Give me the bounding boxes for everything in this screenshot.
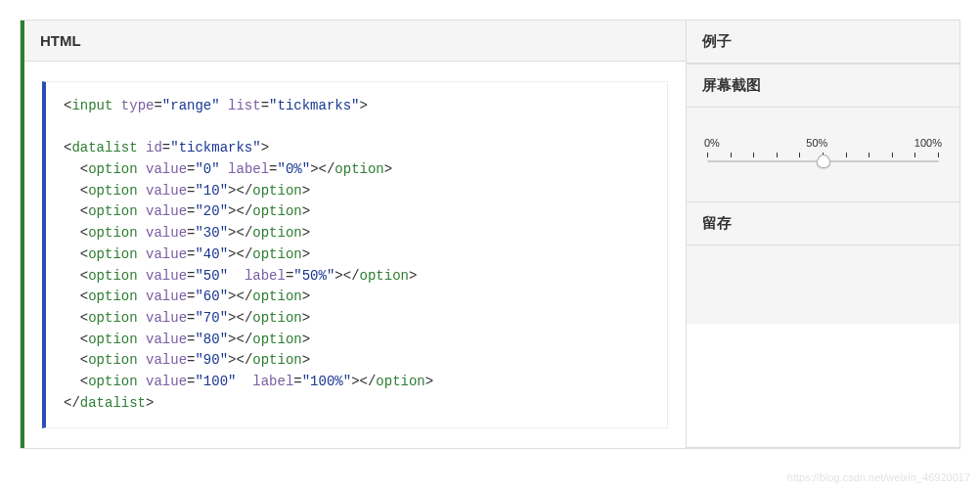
html-panel-header: HTML	[24, 21, 686, 62]
slider-track[interactable]	[702, 153, 944, 172]
range-slider-preview: 0% 50% 100%	[702, 137, 944, 172]
example-header: 例子	[687, 21, 959, 64]
slider-thumb-icon[interactable]	[817, 155, 830, 168]
example-section: 例子	[687, 21, 959, 65]
persist-header: 留存	[687, 202, 959, 245]
slider-label-50: 50%	[806, 137, 827, 149]
persist-body	[687, 245, 959, 324]
slider-labels: 0% 50% 100%	[702, 137, 944, 149]
example-panel: 例子 屏幕截图 0% 50% 100%	[686, 21, 959, 448]
screenshot-body: 0% 50% 100%	[687, 108, 959, 201]
slider-label-100: 100%	[914, 137, 942, 149]
html-panel: HTML <input type="range" list="tickmarks…	[21, 21, 686, 448]
slider-label-0: 0%	[704, 137, 720, 149]
doc-container: HTML <input type="range" list="tickmarks…	[20, 20, 960, 449]
persist-section: 留存	[687, 202, 959, 448]
screenshot-section: 屏幕截图 0% 50% 100%	[687, 65, 959, 202]
code-block: <input type="range" list="tickmarks"> <d…	[42, 81, 668, 428]
screenshot-header: 屏幕截图	[687, 65, 959, 108]
code-wrapper: <input type="range" list="tickmarks"> <d…	[24, 62, 686, 448]
